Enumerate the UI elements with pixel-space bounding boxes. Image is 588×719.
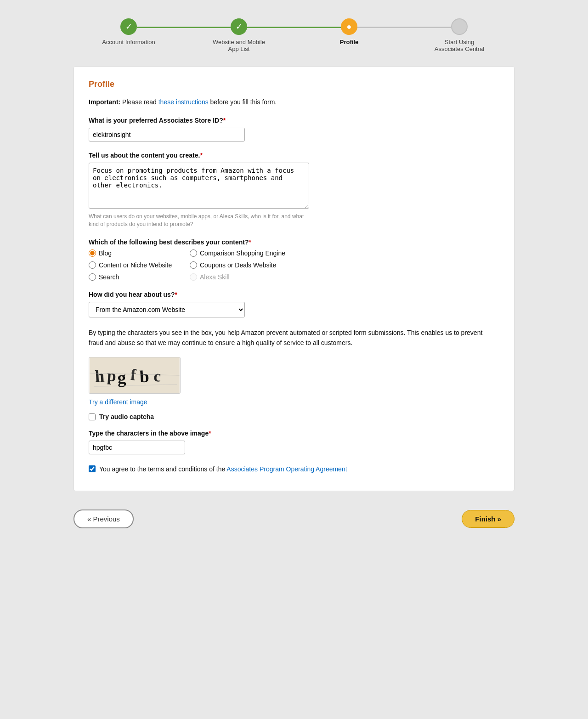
step-circle-account: ✓ bbox=[120, 18, 137, 35]
svg-text:p: p bbox=[107, 367, 117, 385]
agreement-row: You agree to the terms and conditions of… bbox=[89, 464, 499, 474]
step-circle-start bbox=[451, 18, 468, 35]
step-profile: ● Profile bbox=[294, 18, 404, 45]
svg-text:b: b bbox=[139, 367, 149, 386]
hear-about-group: How did you hear about us?* From the Ama… bbox=[89, 291, 499, 317]
content-label: Tell us about the content you create.* bbox=[89, 152, 499, 159]
progress-line-2 bbox=[247, 27, 341, 28]
captcha-text-input[interactable] bbox=[89, 441, 185, 454]
progress-line-1 bbox=[137, 27, 231, 28]
previous-button[interactable]: « Previous bbox=[74, 510, 134, 528]
content-type-group: Which of the following best describes yo… bbox=[89, 238, 499, 281]
captcha-description: By typing the characters you see in the … bbox=[89, 328, 484, 348]
radio-comparison-label: Comparison Shopping Engine bbox=[200, 249, 285, 257]
step-label-profile: Profile bbox=[340, 39, 358, 45]
agreement-link[interactable]: Associates Program Operating Agreement bbox=[226, 465, 347, 473]
store-id-input[interactable] bbox=[89, 128, 245, 142]
captcha-input-group: Type the characters in the above image* bbox=[89, 430, 499, 454]
agreement-label: You agree to the terms and conditions of… bbox=[99, 464, 347, 474]
radio-coupons: Coupons or Deals Website bbox=[190, 261, 318, 269]
audio-captcha-checkbox[interactable] bbox=[89, 413, 96, 420]
progress-bar: ✓ Account Information ✓ Website and Mobi… bbox=[9, 9, 579, 66]
radio-comparison: Comparison Shopping Engine bbox=[190, 249, 318, 257]
captcha-input-label: Type the characters in the above image* bbox=[89, 430, 499, 437]
store-id-group: What is your preferred Associates Store … bbox=[89, 117, 499, 142]
radio-niche-input[interactable] bbox=[89, 261, 96, 269]
important-suffix: before you fill this form. bbox=[209, 98, 277, 106]
radio-alexa: Alexa Skill bbox=[190, 273, 318, 281]
audio-captcha-label: Try audio captcha bbox=[99, 413, 154, 420]
svg-text:c: c bbox=[153, 367, 162, 385]
content-group: Tell us about the content you create.* W… bbox=[89, 152, 499, 228]
step-circle-profile: ● bbox=[341, 18, 357, 35]
step-website: ✓ Website and Mobile App List bbox=[184, 18, 294, 52]
step-start-using: Start Using Associates Central bbox=[404, 18, 514, 52]
progress-line-3 bbox=[357, 27, 451, 28]
step-circle-website: ✓ bbox=[231, 18, 247, 35]
hear-about-select[interactable]: From the Amazon.com Website From a frien… bbox=[89, 302, 245, 317]
radio-search-label: Search bbox=[99, 273, 119, 281]
captcha-image-box: h p g f b c bbox=[89, 357, 181, 394]
radio-content-niche: Content or Niche Website bbox=[89, 261, 190, 269]
agreement-checkbox[interactable] bbox=[89, 465, 96, 472]
radio-niche-label: Content or Niche Website bbox=[99, 261, 172, 269]
hear-about-label: How did you hear about us?* bbox=[89, 291, 499, 298]
radio-search-input[interactable] bbox=[89, 273, 96, 281]
audio-captcha-row: Try audio captcha bbox=[89, 413, 499, 420]
radio-alexa-label: Alexa Skill bbox=[200, 273, 230, 281]
radio-alexa-input bbox=[190, 273, 197, 281]
captcha-svg: h p g f b c bbox=[89, 357, 180, 393]
radio-search: Search bbox=[89, 273, 190, 281]
important-bold: Important: bbox=[89, 98, 120, 106]
finish-button[interactable]: Finish » bbox=[462, 510, 514, 528]
content-textarea[interactable] bbox=[89, 163, 309, 209]
radio-blog-input[interactable] bbox=[89, 249, 96, 257]
radio-coupons-input[interactable] bbox=[190, 261, 197, 269]
instructions-link[interactable]: these instructions bbox=[158, 98, 209, 106]
svg-text:g: g bbox=[117, 368, 126, 387]
step-label-website: Website and Mobile App List bbox=[211, 39, 266, 52]
step-account-info: ✓ Account Information bbox=[74, 18, 184, 45]
important-notice: Important: Please read these instruction… bbox=[89, 98, 499, 106]
radio-blog: Blog bbox=[89, 249, 190, 257]
step-label-account: Account Information bbox=[102, 39, 155, 45]
radio-coupons-label: Coupons or Deals Website bbox=[200, 261, 276, 269]
profile-card: Profile Important: Please read these ins… bbox=[74, 66, 514, 491]
svg-text:h: h bbox=[94, 367, 105, 386]
content-hint: What can users do on your websites, mobi… bbox=[89, 213, 309, 228]
radio-comparison-input[interactable] bbox=[190, 249, 197, 257]
step-label-start: Start Using Associates Central bbox=[432, 39, 487, 52]
footer-navigation: « Previous Finish » bbox=[74, 505, 514, 538]
important-body: Please read bbox=[120, 98, 158, 106]
try-different-link[interactable]: Try a different image bbox=[89, 398, 147, 406]
progress-steps: ✓ Account Information ✓ Website and Mobi… bbox=[74, 18, 514, 52]
radio-blog-label: Blog bbox=[99, 249, 112, 257]
store-id-label: What is your preferred Associates Store … bbox=[89, 117, 499, 124]
content-type-grid: Blog Comparison Shopping Engine Content … bbox=[89, 249, 499, 281]
content-type-label: Which of the following best describes yo… bbox=[89, 238, 499, 246]
card-title: Profile bbox=[89, 79, 499, 89]
